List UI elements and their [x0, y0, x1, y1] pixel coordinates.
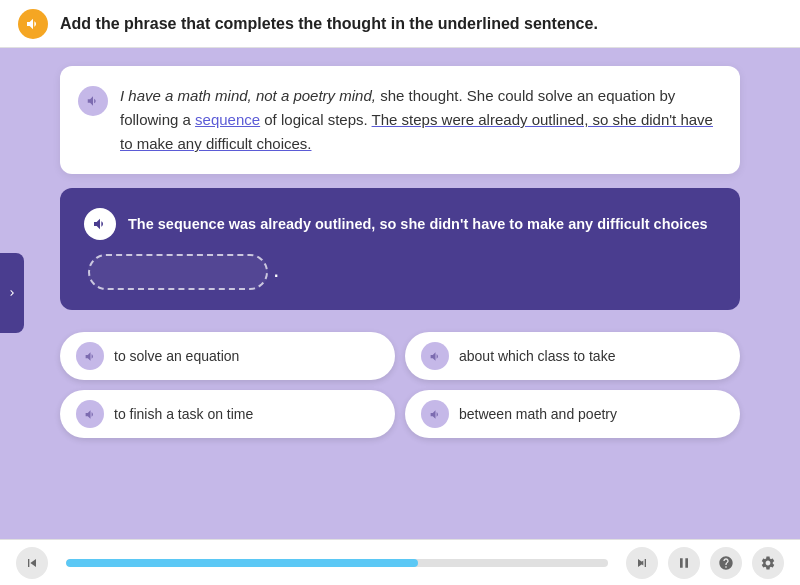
choice-3-label: to finish a task on time	[114, 406, 253, 422]
reading-speaker-button[interactable]	[78, 86, 108, 116]
answer-blank[interactable]	[88, 254, 268, 290]
choice-3-button[interactable]: to finish a task on time	[60, 390, 395, 438]
choice-3-speaker[interactable]	[76, 400, 104, 428]
choice-1-button[interactable]: to solve an equation	[60, 332, 395, 380]
answer-area: .	[84, 254, 716, 290]
settings-icon	[760, 555, 776, 571]
header-title: Add the phrase that completes the though…	[60, 15, 598, 33]
chevron-right-icon	[6, 287, 18, 299]
question-text: The sequence was already outlined, so sh…	[128, 214, 708, 234]
skip-back-icon	[24, 555, 40, 571]
question-card: The sequence was already outlined, so sh…	[60, 188, 740, 310]
header: Add the phrase that completes the though…	[0, 0, 800, 48]
bottom-toolbar	[0, 539, 800, 585]
speaker-icon	[25, 16, 41, 32]
choice-1-label: to solve an equation	[114, 348, 239, 364]
question-header: The sequence was already outlined, so sh…	[84, 208, 716, 240]
choice-2-button[interactable]: about which class to take	[405, 332, 740, 380]
help-icon	[718, 555, 734, 571]
main-content: I have a math mind, not a poetry mind, s…	[0, 48, 800, 320]
speaker-icon	[429, 408, 442, 421]
progress-bar	[66, 559, 608, 567]
choice-2-label: about which class to take	[459, 348, 615, 364]
progress-bar-fill	[66, 559, 418, 567]
pause-icon	[676, 555, 692, 571]
skip-forward-button[interactable]	[626, 547, 658, 579]
skip-forward-icon	[634, 555, 650, 571]
choice-4-label: between math and poetry	[459, 406, 617, 422]
answer-period: .	[274, 263, 278, 281]
speaker-icon	[92, 216, 108, 232]
help-button[interactable]	[710, 547, 742, 579]
pause-button[interactable]	[668, 547, 700, 579]
speaker-icon	[86, 94, 100, 108]
choices-area: to solve an equation about which class t…	[0, 320, 800, 444]
choice-2-speaker[interactable]	[421, 342, 449, 370]
sequence-link: sequence	[195, 111, 260, 128]
reading-card: I have a math mind, not a poetry mind, s…	[60, 66, 740, 174]
speaker-icon	[84, 350, 97, 363]
reading-text: I have a math mind, not a poetry mind, s…	[120, 84, 718, 156]
question-speaker-button[interactable]	[84, 208, 116, 240]
choice-1-speaker[interactable]	[76, 342, 104, 370]
settings-button[interactable]	[752, 547, 784, 579]
skip-back-button[interactable]	[16, 547, 48, 579]
header-speaker-button[interactable]	[18, 9, 48, 39]
reading-italic: I have a math mind, not a poetry mind,	[120, 87, 376, 104]
choice-4-speaker[interactable]	[421, 400, 449, 428]
side-arrow-button[interactable]	[0, 253, 24, 333]
speaker-icon	[84, 408, 97, 421]
choice-4-button[interactable]: between math and poetry	[405, 390, 740, 438]
speaker-icon	[429, 350, 442, 363]
